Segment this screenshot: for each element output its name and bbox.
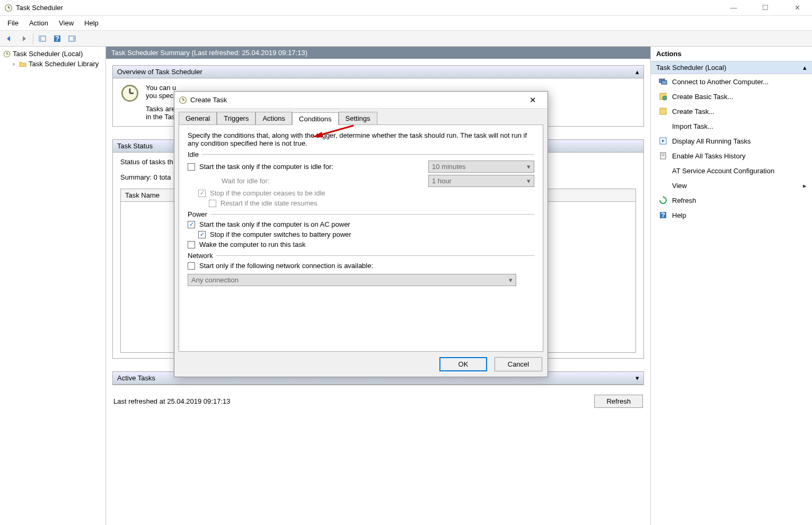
create-task-dialog: Create Task ✕ General Triggers Actions C…: [174, 91, 548, 377]
network-connection-dropdown[interactable]: Any connection▾: [188, 274, 516, 286]
network-start-checkbox[interactable]: [188, 262, 195, 270]
restart-idle-label: Restart if the idle state resumes: [220, 199, 317, 207]
wake-checkbox[interactable]: [188, 241, 195, 248]
stop-idle-checkbox[interactable]: ✓: [198, 190, 206, 197]
maximize-button[interactable]: ☐: [755, 4, 776, 12]
tree-pane: Task Scheduler (Local) › Task Scheduler …: [0, 47, 106, 525]
action-enable-history[interactable]: Enable All Tasks History: [651, 148, 812, 163]
dialog-titlebar: Create Task ✕: [174, 92, 548, 109]
back-button[interactable]: [2, 32, 16, 45]
dialog-title: Create Task: [190, 96, 522, 104]
clock-icon: [179, 96, 187, 104]
running-tasks-icon: [658, 136, 668, 146]
action-label: Enable All Tasks History: [672, 152, 746, 160]
action-refresh[interactable]: Refresh: [651, 193, 812, 208]
action-at-service[interactable]: AT Service Account Configuration: [651, 163, 812, 178]
overview-title: Overview of Task Scheduler: [117, 68, 202, 76]
wait-duration-dropdown[interactable]: 1 hour▾: [428, 175, 534, 187]
clock-icon-large: [120, 84, 139, 103]
overview-text-3: Tasks are: [146, 105, 176, 113]
svg-rect-4: [39, 36, 41, 41]
network-group-label: Network: [188, 252, 534, 260]
idle-duration-dropdown[interactable]: 10 minutes▾: [428, 161, 534, 173]
idle-start-checkbox[interactable]: [188, 163, 195, 171]
overview-text-1: You can u: [146, 84, 176, 92]
menu-action[interactable]: Action: [24, 17, 54, 29]
help-icon: ?: [658, 210, 668, 220]
collapse-icon[interactable]: ▴: [636, 68, 639, 76]
help-button[interactable]: ?: [50, 32, 64, 45]
tree-library-label: Task Scheduler Library: [29, 60, 99, 68]
conditions-description: Specify the conditions that, along with …: [188, 131, 534, 147]
show-hide-tree-button[interactable]: [36, 32, 49, 45]
tab-conditions[interactable]: Conditions: [292, 112, 338, 125]
cancel-button[interactable]: Cancel: [495, 357, 542, 371]
power-group-label: Power: [188, 210, 534, 218]
idle-start-row: Start the task only if the computer is i…: [188, 159, 534, 174]
battery-row: ✓ Stop if the computer switches to batte…: [188, 229, 534, 239]
action-label: Help: [672, 211, 686, 219]
window-title: Task Scheduler: [16, 4, 723, 12]
import-icon: [658, 121, 668, 131]
ac-power-row: ✓ Start the task only if the computer is…: [188, 219, 534, 229]
show-hide-action-button[interactable]: [65, 32, 79, 45]
network-start-row: Start only if the following network conn…: [188, 261, 534, 271]
folder-icon: [19, 60, 27, 68]
action-help[interactable]: ? Help: [651, 208, 812, 223]
refresh-icon: [658, 195, 668, 205]
network-connection-row: Any connection▾: [188, 273, 534, 287]
tree-expander[interactable]: ›: [11, 60, 17, 68]
action-label: Create Basic Task...: [672, 93, 733, 101]
tree-root-label: Task Scheduler (Local): [13, 50, 83, 58]
tree-library[interactable]: › Task Scheduler Library: [0, 59, 105, 69]
tab-actions[interactable]: Actions: [255, 112, 292, 124]
action-connect[interactable]: Connect to Another Computer...: [651, 74, 812, 89]
dialog-body: Specify the conditions that, along with …: [179, 124, 543, 352]
clock-icon: [4, 4, 13, 12]
forward-button[interactable]: [17, 32, 31, 45]
minimize-button[interactable]: —: [723, 4, 744, 12]
stop-idle-row: ✓ Stop if the computer ceases to be idle: [188, 188, 534, 198]
battery-checkbox[interactable]: ✓: [198, 231, 206, 238]
menu-view[interactable]: View: [54, 17, 79, 29]
action-create-basic[interactable]: Create Basic Task...: [651, 89, 812, 104]
action-import[interactable]: Import Task...: [651, 119, 812, 134]
actions-title: Actions: [651, 47, 812, 61]
action-view[interactable]: View: [651, 178, 812, 193]
tree-root[interactable]: Task Scheduler (Local): [0, 49, 105, 59]
ac-power-label: Start the task only if the computer is o…: [199, 220, 350, 228]
task-basic-icon: [658, 92, 668, 101]
actions-group-header[interactable]: Task Scheduler (Local) ▴: [651, 61, 812, 74]
tab-triggers[interactable]: Triggers: [217, 112, 255, 124]
menu-help[interactable]: Help: [79, 17, 104, 29]
restart-idle-checkbox[interactable]: [209, 200, 216, 207]
idle-start-label: Start the task only if the computer is i…: [199, 163, 424, 171]
blank-icon: [658, 181, 668, 190]
menubar: File Action View Help: [0, 16, 812, 31]
refresh-button[interactable]: Refresh: [594, 395, 643, 408]
tab-settings[interactable]: Settings: [339, 112, 377, 124]
wait-label: Wait for idle for:: [222, 177, 424, 185]
action-display-running[interactable]: Display All Running Tasks: [651, 134, 812, 148]
dialog-close-button[interactable]: ✕: [522, 95, 543, 105]
expand-icon[interactable]: ▾: [636, 374, 639, 382]
overview-text-2: you speci: [146, 92, 176, 100]
computer-icon: [658, 77, 668, 86]
menu-file[interactable]: File: [2, 17, 24, 29]
svg-rect-24: [660, 108, 666, 114]
dialog-tabs: General Triggers Actions Conditions Sett…: [174, 109, 548, 124]
overview-header[interactable]: Overview of Task Scheduler ▴: [113, 66, 643, 78]
wait-row: Wait for idle for: 1 hour▾: [188, 174, 534, 188]
svg-text:?: ?: [55, 34, 59, 42]
wake-row: Wake the computer to run this task: [188, 239, 534, 250]
ok-button[interactable]: OK: [439, 357, 487, 371]
close-button[interactable]: ✕: [787, 4, 808, 12]
collapse-icon[interactable]: ▴: [803, 64, 807, 72]
active-tasks-title: Active Tasks: [117, 374, 155, 382]
ac-power-checkbox[interactable]: ✓: [188, 221, 195, 228]
action-create-task[interactable]: Create Task...: [651, 104, 812, 119]
summary-header: Task Scheduler Summary (Last refreshed: …: [106, 47, 650, 59]
stop-idle-label: Stop if the computer ceases to be idle: [210, 189, 325, 197]
tab-general[interactable]: General: [179, 112, 217, 124]
action-label: Create Task...: [672, 108, 714, 115]
